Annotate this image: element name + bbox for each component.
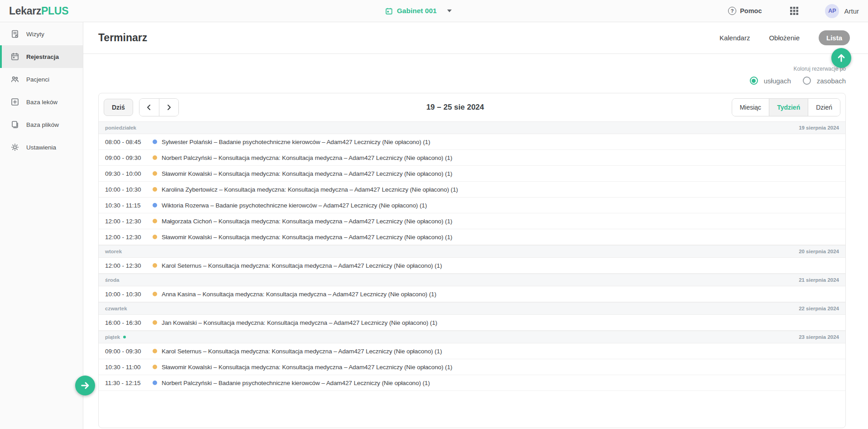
event-text: Sławomir Kowalski – Konsultacja medyczna… bbox=[162, 170, 452, 177]
event-row[interactable]: 10:00 - 10:30Anna Kasina – Konsultacja m… bbox=[99, 286, 845, 302]
day-date: 20 sierpnia 2024 bbox=[799, 249, 839, 254]
schedule-list: poniedziałek19 sierpnia 202408:00 - 08:4… bbox=[99, 121, 845, 391]
topbar: LekarzPLUS Gabinet 001 ? Pomoc AP Artur bbox=[0, 0, 868, 22]
sidebar-item-pacjenci[interactable]: Pacjenci bbox=[0, 68, 83, 91]
event-row[interactable]: 10:00 - 10:30Karolina Zybertowicz – Kons… bbox=[99, 182, 845, 198]
expand-sidebar-button[interactable] bbox=[75, 376, 95, 395]
event-row[interactable]: 12:00 - 12:30Karol Seternus – Konsultacj… bbox=[99, 258, 845, 274]
view-link-kalendarz[interactable]: Kalendarz bbox=[719, 34, 750, 42]
event-orange-dot-icon bbox=[153, 292, 157, 296]
event-time: 09:30 - 10:00 bbox=[105, 170, 148, 177]
sidebar-item-rejestracja[interactable]: Rejestracja bbox=[0, 45, 83, 68]
event-time: 09:00 - 09:30 bbox=[105, 154, 148, 161]
sidebar-item-baza-plikow[interactable]: Baza plików bbox=[0, 113, 83, 136]
colorize-label: Koloruj rezerwacje po bbox=[83, 66, 846, 72]
event-time: 10:00 - 10:30 bbox=[105, 186, 148, 193]
event-text: Sławomir Kowalski – Konsultacja medyczna… bbox=[162, 234, 452, 241]
event-text: Wiktoria Rozerwa – Badanie psychotechnic… bbox=[162, 202, 427, 209]
chevron-left-icon bbox=[146, 104, 152, 111]
event-time: 10:00 - 10:30 bbox=[105, 291, 148, 298]
day-header: wtorek20 sierpnia 2024 bbox=[99, 245, 845, 258]
sidebar-item-label: Ustawienia bbox=[26, 144, 56, 151]
event-time: 12:00 - 12:30 bbox=[105, 234, 148, 241]
event-text: Karol Seternus – Konsultacja medyczna: K… bbox=[162, 262, 442, 269]
week-nav-group bbox=[139, 98, 179, 116]
logo-text-accent: PLUS bbox=[41, 5, 68, 17]
event-time: 10:30 - 11:00 bbox=[105, 364, 148, 371]
sidebar-item-label: Baza plików bbox=[26, 121, 59, 128]
app-logo[interactable]: LekarzPLUS bbox=[9, 5, 68, 17]
event-time: 08:00 - 08:45 bbox=[105, 139, 148, 145]
day-header: piątek23 sierpnia 2024 bbox=[99, 331, 845, 343]
baza-lekow-icon bbox=[10, 97, 19, 106]
user-name[interactable]: Artur bbox=[844, 7, 859, 15]
prev-week-button[interactable] bbox=[139, 99, 159, 116]
office-selector[interactable]: Gabinet 001 bbox=[385, 7, 452, 15]
colorize-radio-uslugach[interactable]: usługach bbox=[750, 77, 791, 85]
event-row[interactable]: 09:30 - 10:00Sławomir Kowalski – Konsult… bbox=[99, 166, 845, 182]
day-name: wtorek bbox=[105, 249, 122, 254]
event-orange-dot-icon bbox=[153, 155, 157, 160]
event-row[interactable]: 10:30 - 11:15Wiktoria Rozerwa – Badanie … bbox=[99, 198, 845, 213]
sidebar-item-wizyty[interactable]: Wizyty bbox=[0, 23, 83, 45]
sidebar-item-label: Rejestracja bbox=[26, 53, 59, 60]
main-content: Terminarz KalendarzObłożenieLista Koloru… bbox=[83, 22, 868, 429]
help-button[interactable]: ? Pomoc bbox=[728, 7, 762, 15]
event-text: Norbert Palczyński – Badanie psychotechn… bbox=[162, 380, 430, 386]
event-orange-dot-icon bbox=[153, 349, 157, 353]
today-button[interactable]: Dziś bbox=[104, 99, 133, 116]
day-name: piątek bbox=[105, 334, 126, 340]
date-range-title: 19 – 25 sie 2024 bbox=[179, 103, 732, 112]
radio-label: usługach bbox=[764, 77, 791, 85]
event-row[interactable]: 12:00 - 12:30Sławomir Kowalski – Konsult… bbox=[99, 229, 845, 245]
event-orange-dot-icon bbox=[153, 263, 157, 268]
sidebar-item-ustawienia[interactable]: Ustawienia bbox=[0, 136, 83, 159]
day-name-label: środa bbox=[105, 277, 119, 283]
sidebar-item-label: Baza leków bbox=[26, 99, 58, 106]
apps-grid-button[interactable] bbox=[790, 6, 799, 15]
event-row[interactable]: 10:30 - 11:00Sławomir Kowalski – Konsult… bbox=[99, 359, 845, 375]
event-row[interactable]: 09:00 - 09:30Karol Seternus – Konsultacj… bbox=[99, 343, 845, 359]
event-orange-dot-icon bbox=[153, 187, 157, 192]
event-text: Norbert Palczyński – Konsultacja medyczn… bbox=[162, 154, 452, 161]
event-time: 10:30 - 11:15 bbox=[105, 202, 148, 209]
event-text: Jan Kowalski – Konsultacja medyczna: Kon… bbox=[162, 319, 437, 326]
event-orange-dot-icon bbox=[153, 219, 157, 223]
event-row[interactable]: 08:00 - 08:45Sylwester Polański – Badani… bbox=[99, 134, 845, 150]
event-text: Anna Kasina – Konsultacja medyczna: Kons… bbox=[162, 291, 436, 298]
event-blue-dot-icon bbox=[153, 381, 157, 385]
event-text: Sławomir Kowalski – Konsultacja medyczna… bbox=[162, 364, 452, 371]
colorize-radio-zasobach[interactable]: zasobach bbox=[803, 77, 846, 85]
view-switcher: KalendarzObłożenieLista bbox=[719, 30, 850, 45]
event-time: 12:00 - 12:30 bbox=[105, 262, 148, 269]
period-button-miesiac[interactable]: Miesiąc bbox=[732, 99, 769, 116]
event-text: Karol Seternus – Konsultacja medyczna: K… bbox=[162, 348, 442, 355]
avatar[interactable]: AP bbox=[825, 4, 839, 18]
day-date: 23 sierpnia 2024 bbox=[799, 334, 839, 340]
view-link-lista[interactable]: Lista bbox=[819, 30, 850, 45]
logo-text-primary: Lekarz bbox=[9, 5, 41, 17]
help-label: Pomoc bbox=[740, 7, 762, 14]
day-name: poniedziałek bbox=[105, 125, 136, 130]
period-button-tydzien[interactable]: Tydzień bbox=[769, 99, 808, 116]
next-week-button[interactable] bbox=[159, 99, 178, 116]
event-text: Sylwester Polański – Badanie psychotechn… bbox=[162, 139, 430, 145]
sidebar-item-baza-lekow[interactable]: Baza leków bbox=[0, 91, 83, 113]
help-icon: ? bbox=[728, 7, 736, 15]
radio-icon bbox=[750, 77, 758, 85]
period-button-dzien[interactable]: Dzień bbox=[808, 99, 840, 116]
calendar-icon bbox=[385, 7, 393, 15]
day-date: 21 sierpnia 2024 bbox=[799, 277, 839, 283]
event-row[interactable]: 11:30 - 12:15Norbert Palczyński – Badani… bbox=[99, 375, 845, 391]
baza-plikow-icon bbox=[10, 120, 19, 129]
sidebar-item-label: Wizyty bbox=[26, 31, 44, 38]
radio-icon bbox=[803, 77, 811, 85]
event-orange-dot-icon bbox=[153, 365, 157, 369]
event-row[interactable]: 09:00 - 09:30Norbert Palczyński – Konsul… bbox=[99, 150, 845, 166]
event-row[interactable]: 12:00 - 12:30Małgorzata Cichoń – Konsult… bbox=[99, 213, 845, 229]
day-name-label: poniedziałek bbox=[105, 125, 136, 130]
scroll-top-button[interactable] bbox=[831, 48, 851, 68]
event-row[interactable]: 16:00 - 16:30Jan Kowalski – Konsultacja … bbox=[99, 315, 845, 331]
view-link-oblozenie[interactable]: Obłożenie bbox=[769, 34, 800, 42]
day-date: 19 sierpnia 2024 bbox=[799, 125, 839, 130]
